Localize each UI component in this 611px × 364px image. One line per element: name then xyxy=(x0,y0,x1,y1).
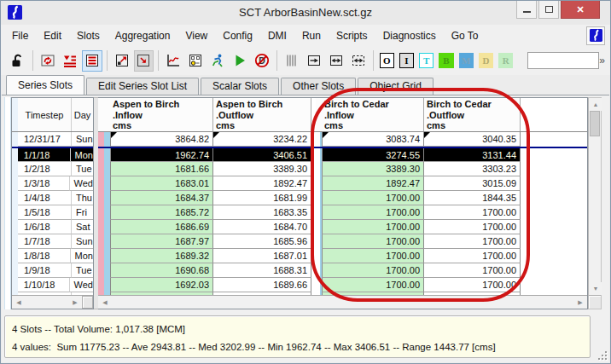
value-cell[interactable]: 1684.70 xyxy=(213,220,311,234)
menu-file[interactable]: File xyxy=(4,27,36,44)
flag-i-button[interactable]: I xyxy=(399,53,414,68)
value-cell[interactable]: 1700.00 xyxy=(424,205,521,220)
day-cell[interactable]: Mon xyxy=(70,148,93,162)
timestep-cell[interactable]: 1/3/18 xyxy=(18,176,69,191)
scroll-right-icon[interactable]: ▶ xyxy=(68,296,82,309)
day-cell[interactable]: Sat xyxy=(71,220,93,234)
splitter-handle[interactable] xyxy=(82,296,93,309)
value-cell[interactable]: 1844.35 xyxy=(424,191,521,205)
scroll-left-icon[interactable]: ◀ xyxy=(12,296,26,309)
menu-aggregation[interactable]: Aggregation xyxy=(108,27,178,44)
swap-rows-columns-icon[interactable] xyxy=(38,50,58,72)
search-input[interactable] xyxy=(527,52,599,69)
value-cell[interactable]: 1685.72 xyxy=(110,205,213,220)
value-cell[interactable]: 3389.30 xyxy=(322,162,424,176)
timestep-header[interactable]: Timestep xyxy=(18,98,71,131)
slot-dialog-icon[interactable] xyxy=(185,50,206,72)
day-cell[interactable]: Tue xyxy=(71,263,93,278)
value-cell[interactable]: 1700.00 xyxy=(424,234,521,249)
menu-config[interactable]: Config xyxy=(215,27,260,44)
value-cell[interactable]: 3864.82 xyxy=(110,132,213,147)
day-cell[interactable]: Wed xyxy=(69,278,93,292)
scroll-track[interactable] xyxy=(26,296,68,309)
fit-column-icon[interactable] xyxy=(304,50,324,72)
scroll-down-icon[interactable]: ▼ xyxy=(589,282,602,295)
tab-other-slots[interactable]: Other Slots xyxy=(281,78,356,95)
scroll-track[interactable] xyxy=(112,296,573,309)
value-cell[interactable]: 3303.23 xyxy=(424,162,521,176)
value-cell[interactable]: 1700.00 xyxy=(424,263,521,278)
value-cell[interactable]: 1962.74 xyxy=(110,148,213,162)
timestep-cell[interactable]: 1/6/18 xyxy=(18,220,71,234)
value-cell[interactable]: 1690.68 xyxy=(110,263,213,278)
maximize-button[interactable] xyxy=(538,1,559,19)
value-cell[interactable]: 1700.00 xyxy=(322,234,424,249)
value-cell[interactable]: 3234.22 xyxy=(213,132,311,147)
shrink-cell-icon[interactable] xyxy=(134,50,154,72)
menu-view[interactable]: View xyxy=(177,27,215,44)
value-cell[interactable]: 1700.00 xyxy=(322,263,424,278)
value-cell[interactable]: 1700.00 xyxy=(424,220,521,234)
value-cell[interactable]: 1700.00 xyxy=(322,220,424,234)
value-cell[interactable]: 1693.39 xyxy=(110,292,213,295)
menu-run[interactable]: Run xyxy=(294,27,329,44)
value-cell[interactable]: 1892.47 xyxy=(322,176,424,191)
day-cell[interactable]: Wed xyxy=(69,176,93,191)
value-cell[interactable]: 3406.51 xyxy=(213,148,311,162)
timestep-cell[interactable]: 1/4/18 xyxy=(18,191,71,205)
day-cell[interactable]: Sun xyxy=(71,234,93,249)
value-cell[interactable]: 1683.01 xyxy=(110,176,213,191)
value-cell[interactable]: 1689.32 xyxy=(110,249,213,263)
fit-column-width-icon[interactable] xyxy=(326,50,346,72)
timestep-cell[interactable]: 1/8/18 xyxy=(18,249,70,263)
stop-run-icon[interactable]: D xyxy=(252,50,272,72)
column-header[interactable]: Aspen to Birch.Outflowcms xyxy=(213,98,311,131)
data-pane-hscrollbar[interactable]: ◀ ▶ xyxy=(98,295,587,309)
value-cell[interactable]: 3015.09 xyxy=(424,176,521,191)
value-cell[interactable]: 1687.97 xyxy=(110,234,213,249)
day-header[interactable]: Day xyxy=(71,98,93,131)
value-cell[interactable]: 1688.31 xyxy=(213,263,311,278)
minimize-button[interactable] xyxy=(516,1,537,19)
overflow-chevron[interactable]: » xyxy=(599,55,603,66)
value-cell[interactable]: 1700.00 xyxy=(424,292,521,295)
row-display-icon[interactable] xyxy=(82,50,102,72)
menu-edit[interactable]: Edit xyxy=(36,27,69,44)
scroll-right-icon[interactable]: ▶ xyxy=(573,296,587,309)
flag-b-button[interactable]: B xyxy=(439,53,453,68)
left-pane-hscrollbar[interactable]: ◀ ▶ xyxy=(12,295,93,309)
column-header[interactable]: Aspen to Birch.Inflowcms xyxy=(110,98,213,131)
value-cell[interactable]: 1681.99 xyxy=(213,191,311,205)
column-header[interactable]: Birch to Cedar.Outflowcms xyxy=(424,98,521,131)
menu-dmi[interactable]: DMI xyxy=(260,27,294,44)
value-cell[interactable]: 1700.00 xyxy=(322,191,424,205)
day-cell[interactable]: Thu xyxy=(71,191,93,205)
value-cell[interactable]: 1700.00 xyxy=(424,278,521,292)
lock-icon[interactable] xyxy=(8,50,28,72)
flag-t-button[interactable]: T xyxy=(419,53,434,68)
flag-m-button[interactable]: M xyxy=(459,53,474,68)
value-cell[interactable]: 1689.66 xyxy=(213,278,311,292)
value-cell[interactable]: 1700.00 xyxy=(322,249,424,263)
scroll-track[interactable] xyxy=(589,136,601,282)
value-cell[interactable]: 1684.37 xyxy=(110,191,213,205)
timestep-cell[interactable]: 1/9/18 xyxy=(18,263,71,278)
day-cell[interactable]: Tue xyxy=(71,162,93,176)
value-cell[interactable]: 1700.00 xyxy=(322,278,424,292)
menu-go-to[interactable]: Go To xyxy=(444,27,486,44)
scroll-up-icon[interactable]: ▲ xyxy=(589,98,602,111)
timestep-cell[interactable]: 1/7/18 xyxy=(18,234,71,249)
value-cell[interactable]: 3040.35 xyxy=(424,132,521,147)
value-cell[interactable]: 1892.47 xyxy=(213,176,311,191)
value-cell[interactable]: 3131.44 xyxy=(424,148,521,162)
value-cell[interactable]: 1687.01 xyxy=(213,249,311,263)
column-lines-icon[interactable] xyxy=(282,50,302,72)
timestep-cell[interactable]: 1/5/18 xyxy=(18,205,71,220)
vertical-scrollbar[interactable]: ▲ ▼ xyxy=(588,97,602,309)
menu-diagnostics[interactable]: Diagnostics xyxy=(375,27,444,44)
value-cell[interactable]: 1700.00 xyxy=(424,249,521,263)
value-cell[interactable]: 1686.69 xyxy=(110,220,213,234)
menu-slots[interactable]: Slots xyxy=(69,27,108,44)
value-cell[interactable]: 3274.55 xyxy=(322,148,424,162)
flag-r-button[interactable]: R xyxy=(498,53,513,68)
